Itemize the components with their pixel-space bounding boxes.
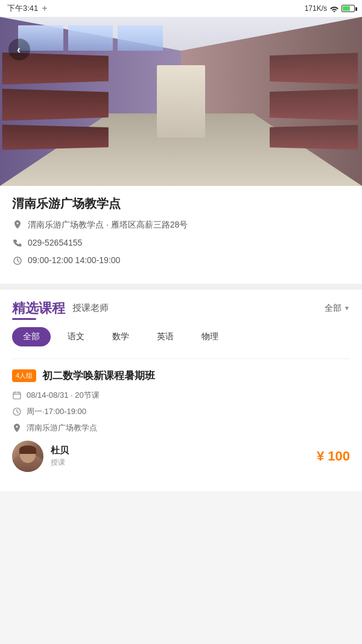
schedule-text: 周一·17:00-19:00 <box>27 406 86 417</box>
phone-text: 029-52654155 <box>28 237 82 249</box>
phone-row: 029-52654155 <box>12 237 350 249</box>
network-speed: 171K/s <box>305 4 327 13</box>
course-price: ¥ 100 <box>317 448 350 464</box>
category-tabs: 全部 语文 数学 英语 物理 <box>12 327 350 346</box>
courses-title: 精选课程 <box>12 299 65 317</box>
back-arrow-icon: ‹ <box>17 44 21 55</box>
location-icon <box>12 220 23 231</box>
calendar-icon <box>12 391 22 400</box>
schedule-clock-icon <box>12 407 22 416</box>
course-location-icon <box>12 423 22 433</box>
filter-label: 全部 <box>325 303 341 314</box>
date-range-row: 08/14-08/31 · 20节课 <box>12 390 350 401</box>
course-title-row: 4人组 初二数学唤新课程暑期班 <box>12 369 350 383</box>
courses-header: 精选课程 授课老师 全部 ▼ <box>12 299 350 317</box>
section-divider <box>0 284 362 290</box>
teacher-label: 授课老师 <box>72 302 325 314</box>
teacher-details: 杜贝 授课 <box>51 445 69 468</box>
course-location-row: 渭南乐游广场教学点 <box>12 422 350 433</box>
teacher-role: 授课 <box>51 457 69 468</box>
clock-icon <box>12 255 23 266</box>
back-button[interactable]: ‹ <box>8 39 30 60</box>
group-badge: 4人组 <box>12 369 36 382</box>
svg-rect-1 <box>13 392 21 399</box>
schedule-row: 周一·17:00-19:00 <box>12 406 350 417</box>
tab-all[interactable]: 全部 <box>12 327 51 346</box>
address-text: 渭南乐游广场教学点 · 雁塔区高薪三路28号 <box>28 219 188 231</box>
chevron-down-icon: ▼ <box>344 305 350 311</box>
teacher-avatar <box>12 441 43 472</box>
tab-chinese[interactable]: 语文 <box>57 327 95 346</box>
wifi-icon <box>329 5 339 12</box>
address-row: 渭南乐游广场教学点 · 雁塔区高薪三路28号 <box>12 219 350 231</box>
hours-text: 09:00-12:00 14:00-19:00 <box>28 255 120 267</box>
date-range-text: 08/14-08/31 · 20节课 <box>27 390 100 401</box>
venue-info-section: 渭南乐游广场教学点 渭南乐游广场教学点 · 雁塔区高薪三路28号 029-526… <box>0 186 362 284</box>
status-add: + <box>42 3 47 14</box>
tab-physics[interactable]: 物理 <box>191 327 229 346</box>
hero-image: ‹ <box>0 17 362 186</box>
course-card[interactable]: 4人组 初二数学唤新课程暑期班 08/14-08/31 · 20节课 周一·17… <box>12 359 350 482</box>
tab-english[interactable]: 英语 <box>146 327 185 346</box>
courses-section: 精选课程 授课老师 全部 ▼ 全部 语文 数学 英语 物理 4人组 初二数学唤新… <box>0 290 362 491</box>
teacher-name: 杜贝 <box>51 445 69 456</box>
course-title: 初二数学唤新课程暑期班 <box>42 369 155 383</box>
course-location-text: 渭南乐游广场教学点 <box>27 422 97 433</box>
phone-icon <box>12 238 23 249</box>
hours-row: 09:00-12:00 14:00-19:00 <box>12 255 350 267</box>
status-time: 下午3:41 <box>7 3 38 14</box>
status-bar: 下午3:41 + 171K/s <box>0 0 362 17</box>
filter-button[interactable]: 全部 ▼ <box>325 303 350 314</box>
battery-indicator <box>341 5 355 12</box>
venue-name: 渭南乐游广场教学点 <box>12 196 350 212</box>
teacher-row: 杜贝 授课 ¥ 100 <box>12 441 350 472</box>
tab-math[interactable]: 数学 <box>101 327 140 346</box>
teacher-info: 杜贝 授课 <box>12 441 69 472</box>
